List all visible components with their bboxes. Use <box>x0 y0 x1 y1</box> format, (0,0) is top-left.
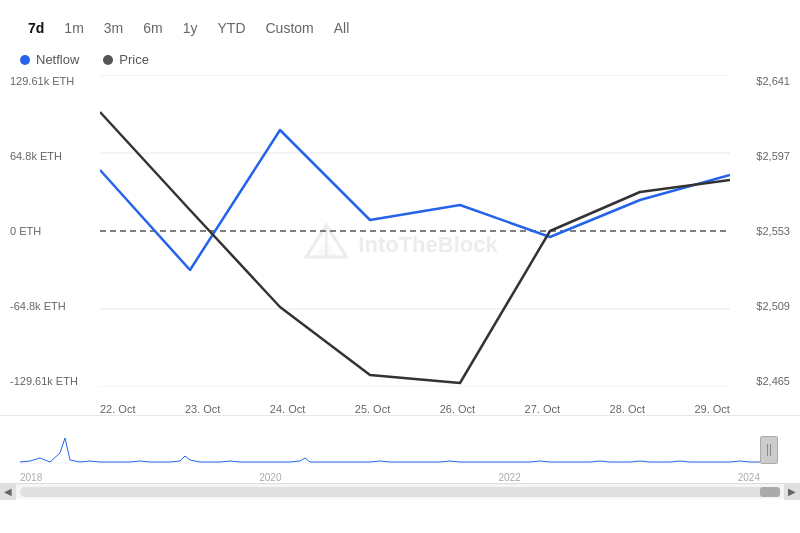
mini-chart-svg <box>20 418 760 468</box>
mini-x-label: 2020 <box>259 472 281 483</box>
x-axis-label: 22. Oct <box>100 403 135 415</box>
mini-x-label: 2018 <box>20 472 42 483</box>
time-btn-ytd[interactable]: YTD <box>210 16 254 40</box>
scrollbar-thumb[interactable] <box>760 487 780 497</box>
x-axis-label: 24. Oct <box>270 403 305 415</box>
mini-scrollbar-handle[interactable] <box>760 436 778 464</box>
chart-legend: Netflow Price <box>0 52 800 75</box>
scrollbar-area[interactable]: ◀ ▶ <box>0 483 800 499</box>
y-left-label: -64.8k ETH <box>10 300 100 312</box>
x-axis-label: 28. Oct <box>610 403 645 415</box>
scroll-right-arrow[interactable]: ▶ <box>784 484 800 500</box>
netflow-label: Netflow <box>36 52 79 67</box>
scroll-left-arrow[interactable]: ◀ <box>0 484 16 500</box>
x-axis-label: 26. Oct <box>440 403 475 415</box>
price-label: Price <box>119 52 149 67</box>
x-axis: 22. Oct23. Oct24. Oct25. Oct26. Oct27. O… <box>100 403 730 415</box>
x-axis-label: 23. Oct <box>185 403 220 415</box>
y-right-label: $2,641 <box>730 75 790 87</box>
time-btn-1m[interactable]: 1m <box>56 16 91 40</box>
mini-x-label: 2024 <box>738 472 760 483</box>
handle-line-1 <box>767 444 768 456</box>
legend-price: Price <box>103 52 149 67</box>
mini-x-label: 2022 <box>499 472 521 483</box>
y-right-label: $2,509 <box>730 300 790 312</box>
y-right-label: $2,553 <box>730 225 790 237</box>
y-left-label: -129.61k ETH <box>10 375 100 387</box>
y-left-label: 64.8k ETH <box>10 150 100 162</box>
mini-chart-area: 2018202020222024 <box>0 415 800 483</box>
y-axis-left: 129.61k ETH64.8k ETH0 ETH-64.8k ETH-129.… <box>10 75 100 387</box>
chart-container: 7d1m3m6m1yYTDCustomAll Netflow Price 129… <box>0 0 800 533</box>
y-left-label: 129.61k ETH <box>10 75 100 87</box>
scrollbar-track[interactable] <box>20 487 780 497</box>
y-right-label: $2,465 <box>730 375 790 387</box>
time-btn-7d[interactable]: 7d <box>20 16 52 40</box>
y-right-label: $2,597 <box>730 150 790 162</box>
main-chart: 129.61k ETH64.8k ETH0 ETH-64.8k ETH-129.… <box>0 75 800 415</box>
x-axis-label: 27. Oct <box>525 403 560 415</box>
mini-x-labels: 2018202020222024 <box>20 472 760 483</box>
y-left-label: 0 ETH <box>10 225 100 237</box>
netflow-dot <box>20 55 30 65</box>
time-btn-custom[interactable]: Custom <box>258 16 322 40</box>
time-btn-all[interactable]: All <box>326 16 358 40</box>
price-dot <box>103 55 113 65</box>
chart-svg <box>100 75 730 387</box>
x-axis-label: 29. Oct <box>694 403 729 415</box>
time-btn-1y[interactable]: 1y <box>175 16 206 40</box>
time-btn-6m[interactable]: 6m <box>135 16 170 40</box>
time-btn-3m[interactable]: 3m <box>96 16 131 40</box>
legend-netflow: Netflow <box>20 52 79 67</box>
time-range-buttons: 7d1m3m6m1yYTDCustomAll <box>0 16 800 52</box>
x-axis-label: 25. Oct <box>355 403 390 415</box>
handle-line-2 <box>770 444 771 456</box>
y-axis-right: $2,641$2,597$2,553$2,509$2,465 <box>730 75 790 387</box>
handle-lines <box>767 444 771 456</box>
